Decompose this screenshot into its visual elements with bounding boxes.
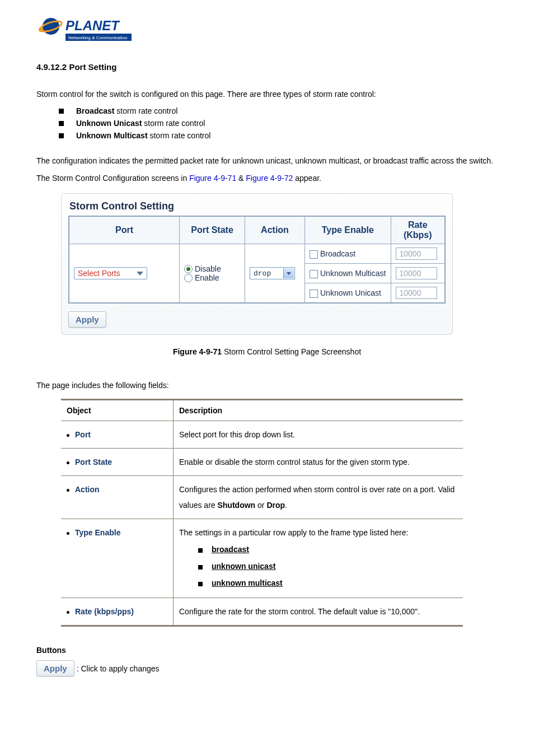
chevron-down-icon — [137, 272, 143, 276]
rate-input-uu[interactable]: 10000 — [396, 287, 437, 299]
fields-intro: The page includes the following fields: — [36, 381, 498, 390]
checkbox-broadcast[interactable] — [310, 250, 318, 259]
radio-icon — [184, 274, 193, 282]
type-label: Unknown Unicast — [320, 288, 381, 297]
apply-button-example[interactable]: Apply — [36, 660, 74, 676]
rate-input-um[interactable]: 10000 — [396, 267, 437, 279]
radio-enable[interactable]: Enable — [184, 273, 240, 282]
type-label: Unknown Multicast — [320, 269, 386, 278]
table-row: Action Configures the action performed w… — [61, 476, 463, 519]
list-item: Unknown Multicast storm rate control — [59, 131, 498, 140]
col-header-port: Port — [69, 216, 180, 244]
col-header-rate: Rate (Kbps) — [391, 216, 445, 244]
col-header-type: Type Enable — [305, 216, 391, 244]
svg-text:Networking & Communication: Networking & Communication — [68, 35, 127, 40]
radio-icon — [184, 265, 193, 273]
table-row: Port State Enable or disable the storm c… — [61, 449, 463, 476]
col-header-state: Port State — [180, 216, 245, 244]
port-select-dropdown[interactable]: Select Ports — [74, 267, 147, 279]
svg-text:PLANET: PLANET — [65, 18, 120, 33]
chevron-down-icon — [283, 268, 294, 278]
list-item: Broadcast storm rate control — [59, 106, 498, 115]
svg-point-2 — [39, 27, 43, 32]
intro-lead: Storm control for the switch is configur… — [36, 86, 498, 103]
panel-title: Storm Control Setting — [69, 200, 446, 212]
config-text: The configuration indicates the permitte… — [36, 152, 498, 187]
rate-input-broadcast[interactable]: 10000 — [396, 248, 437, 260]
radio-disable[interactable]: Disable — [184, 264, 240, 273]
checkbox-unknown-unicast[interactable] — [310, 290, 318, 298]
figure-link-2[interactable]: Figure 4-9-72 — [246, 174, 293, 183]
list-item: Unknown Unicast storm rate control — [59, 119, 498, 128]
section-heading: 4.9.12.2 Port Setting — [36, 62, 498, 72]
settings-table: Port Port State Action Type Enable Rate … — [68, 216, 446, 304]
storm-type-list: Broadcast storm rate control Unknown Uni… — [59, 106, 498, 140]
apply-button[interactable]: Apply — [68, 311, 106, 328]
table-row: Rate (kbps/pps) Configure the rate for t… — [61, 598, 463, 626]
apply-help-text: : Click to apply changes — [77, 664, 160, 673]
fields-description-table: Object Description Port Select port for … — [61, 399, 463, 627]
col-header-action: Action — [245, 216, 305, 244]
figure-caption: Figure 4-9-71 Storm Control Setting Page… — [36, 347, 498, 356]
table-row: Type Enable The settings in a particular… — [61, 519, 463, 598]
type-label: Broadcast — [320, 249, 355, 258]
col-header-description: Description — [174, 400, 463, 421]
brand-logo: PLANET Networking & Communication — [36, 11, 498, 45]
col-header-object: Object — [61, 400, 174, 421]
storm-control-panel: Storm Control Setting Port Port State Ac… — [61, 193, 453, 335]
figure-link-1[interactable]: Figure 4-9-71 — [189, 174, 236, 183]
buttons-heading: Buttons — [36, 646, 498, 655]
action-dropdown[interactable]: drop — [250, 267, 295, 279]
table-row: Port Select port for this drop down list… — [61, 421, 463, 449]
checkbox-unknown-multicast[interactable] — [310, 270, 318, 278]
